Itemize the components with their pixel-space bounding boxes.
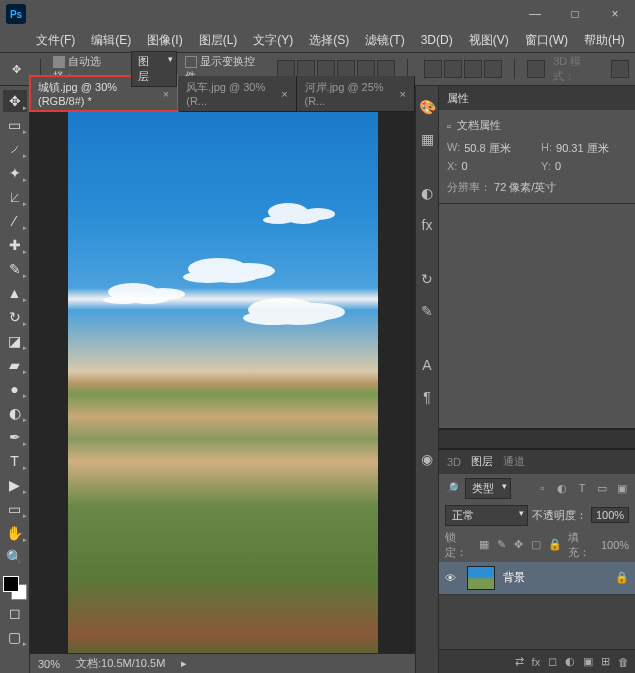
lock-position-icon[interactable]: ✥ (513, 538, 524, 552)
distribute-4[interactable] (484, 60, 502, 78)
blend-mode-dropdown[interactable]: 正常 (445, 505, 528, 526)
mask-icon[interactable]: ◻ (548, 655, 557, 668)
swatches-panel-icon[interactable]: ▦ (416, 128, 438, 150)
menu-file[interactable]: 文件(F) (30, 30, 81, 51)
menu-3d[interactable]: 3D(D) (415, 31, 459, 49)
lock-pixels-icon[interactable]: ✎ (496, 538, 507, 552)
more-align[interactable] (527, 60, 545, 78)
hand-tool[interactable]: ✋▸ (3, 522, 27, 544)
screenmode-toggle[interactable]: ▢▸ (3, 626, 27, 648)
paragraph-panel-icon[interactable]: ¶ (416, 386, 438, 408)
status-arrow-icon[interactable]: ▸ (181, 657, 187, 670)
filter-adjust-icon[interactable]: ◐ (555, 481, 569, 495)
color-swatches[interactable] (3, 576, 27, 600)
character-panel-icon[interactable]: A (416, 354, 438, 376)
doc-tab-3[interactable]: 河岸.jpg @ 25%(R... × (297, 76, 415, 111)
tab-3d[interactable]: 3D (447, 456, 461, 468)
close-icon[interactable]: × (281, 88, 287, 100)
auto-select-target-dropdown[interactable]: 图层 (131, 51, 177, 87)
layer-thumbnail[interactable] (467, 566, 495, 590)
eyedropper-tool[interactable]: ⁄▸ (3, 210, 27, 232)
group-icon[interactable]: ▣ (583, 655, 593, 668)
auto-select-checkbox[interactable] (53, 56, 65, 68)
eraser-tool[interactable]: ◪▸ (3, 330, 27, 352)
menu-edit[interactable]: 编辑(E) (85, 30, 137, 51)
shape-tool[interactable]: ▭▸ (3, 498, 27, 520)
styles-panel-icon[interactable]: fx (416, 214, 438, 236)
distribute-2[interactable] (444, 60, 462, 78)
doc-tab-label: 河岸.jpg @ 25%(R... (305, 80, 394, 107)
layer-item[interactable]: 👁 背景 🔒 (439, 562, 635, 595)
close-button[interactable]: × (595, 0, 635, 28)
filter-pixel-icon[interactable]: ▫ (535, 481, 549, 495)
distribute-1[interactable] (424, 60, 442, 78)
menu-view[interactable]: 视图(V) (463, 30, 515, 51)
search-icon[interactable]: 🔎 (445, 481, 459, 495)
gradient-tool[interactable]: ▰▸ (3, 354, 27, 376)
dodge-tool[interactable]: ◐▸ (3, 402, 27, 424)
crop-tool[interactable]: ⟀▸ (3, 186, 27, 208)
filter-shape-icon[interactable]: ▭ (595, 481, 609, 495)
minimize-button[interactable]: — (515, 0, 555, 28)
toolbox: ✥▸ ▭▸ ⟋▸ ✦▸ ⟀▸ ⁄▸ ✚▸ ✎▸ ▲▸ ↻▸ ◪▸ ▰▸ ●▸ ◐… (0, 86, 30, 673)
menu-help[interactable]: 帮助(H) (578, 30, 631, 51)
doc-tab-label: 风车.jpg @ 30%(R... (186, 80, 275, 107)
lock-transparency-icon[interactable]: ▦ (478, 538, 489, 552)
pen-tool[interactable]: ✒▸ (3, 426, 27, 448)
filter-type-icon[interactable]: T (575, 481, 589, 495)
cc-libs-icon[interactable]: ◉ (416, 448, 438, 470)
menu-filter[interactable]: 滤镜(T) (359, 30, 410, 51)
filter-kind-dropdown[interactable]: 类型 (465, 478, 511, 499)
magic-wand-tool[interactable]: ✦▸ (3, 162, 27, 184)
path-select-tool[interactable]: ▶▸ (3, 474, 27, 496)
stamp-tool[interactable]: ▲▸ (3, 282, 27, 304)
link-layers-icon[interactable]: ⇄ (515, 655, 524, 668)
layer-name[interactable]: 背景 (503, 570, 607, 585)
adjustments-panel-icon[interactable]: ◐ (416, 182, 438, 204)
show-transform-checkbox[interactable] (185, 56, 197, 68)
marquee-tool[interactable]: ▭▸ (3, 114, 27, 136)
doc-tab-2[interactable]: 风车.jpg @ 30%(R... × (178, 76, 296, 111)
move-tool[interactable]: ✥▸ (3, 90, 27, 112)
opacity-value[interactable]: 100% (591, 507, 629, 523)
menu-image[interactable]: 图像(I) (141, 30, 188, 51)
lock-all-icon[interactable]: 🔒 (548, 538, 562, 552)
maximize-button[interactable]: □ (555, 0, 595, 28)
adjustment-layer-icon[interactable]: ◐ (565, 655, 575, 668)
canvas-viewport[interactable] (30, 112, 415, 653)
filter-smart-icon[interactable]: ▣ (615, 481, 629, 495)
fill-value[interactable]: 100% (601, 539, 629, 551)
distribute-3[interactable] (464, 60, 482, 78)
visibility-icon[interactable]: 👁 (445, 572, 459, 584)
zoom-tool[interactable]: 🔍 (3, 546, 27, 568)
brushes-panel-icon[interactable]: ✎ (416, 300, 438, 322)
quickmask-toggle[interactable]: ◻ (3, 602, 27, 624)
new-layer-icon[interactable]: ⊞ (601, 655, 610, 668)
lock-artboard-icon[interactable]: ▢ (530, 538, 541, 552)
history-panel-icon[interactable]: ↻ (416, 268, 438, 290)
mode-3d-btn[interactable] (611, 60, 629, 78)
close-icon[interactable]: × (163, 88, 169, 100)
zoom-level[interactable]: 30% (38, 658, 60, 670)
menu-type[interactable]: 文字(Y) (247, 30, 299, 51)
lock-icon[interactable]: 🔒 (615, 571, 629, 584)
menu-window[interactable]: 窗口(W) (519, 30, 574, 51)
properties-tab[interactable]: 属性 (447, 91, 469, 106)
healing-tool[interactable]: ✚▸ (3, 234, 27, 256)
history-brush-tool[interactable]: ↻▸ (3, 306, 27, 328)
menu-layer[interactable]: 图层(L) (193, 30, 244, 51)
type-tool[interactable]: T▸ (3, 450, 27, 472)
menu-select[interactable]: 选择(S) (303, 30, 355, 51)
tab-channels[interactable]: 通道 (503, 454, 525, 469)
brush-tool[interactable]: ✎▸ (3, 258, 27, 280)
blur-tool[interactable]: ●▸ (3, 378, 27, 400)
delete-layer-icon[interactable]: 🗑 (618, 656, 629, 668)
properties-panel-header[interactable]: 属性 (439, 86, 635, 110)
fx-icon[interactable]: fx (532, 656, 541, 668)
close-icon[interactable]: × (400, 88, 406, 100)
tab-layers[interactable]: 图层 (471, 454, 493, 469)
foreground-color-swatch[interactable] (3, 576, 19, 592)
lasso-tool[interactable]: ⟋▸ (3, 138, 27, 160)
panel-divider[interactable] (439, 428, 635, 450)
color-panel-icon[interactable]: 🎨 (416, 96, 438, 118)
